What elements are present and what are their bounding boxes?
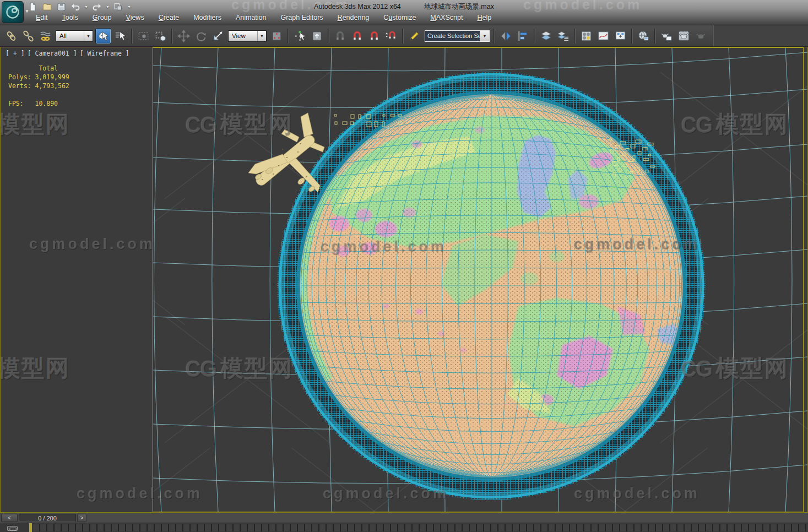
viewport-shading-menu[interactable]: [ Wireframe ] [80,50,129,57]
wincross-icon [154,30,167,42]
bind-icon [39,30,52,42]
kbd-icon [311,30,323,42]
render-setup-button[interactable] [636,28,652,44]
angle-snap-button[interactable] [349,28,365,44]
track-bar[interactable] [0,523,808,532]
spinner-snap-button[interactable] [383,28,399,44]
toolbar-separator [494,29,495,44]
reference-coordinate-dropdown[interactable]: View▼ [228,30,267,42]
project-folder-button[interactable] [112,1,124,12]
toolbar-separator [288,29,289,44]
chevron-down-icon[interactable]: ▼ [127,5,131,9]
undo-button[interactable] [69,1,82,12]
curve-editor-button[interactable] [595,28,611,44]
quick-access-toolbar: ▼▼▼ [26,1,132,13]
spinmag-icon [385,30,398,42]
camera-viewport[interactable]: [ + ] [ Camera001 ] [ Wireframe ] Total … [0,47,808,513]
selection-filter-dropdown[interactable]: All▼ [56,30,93,42]
menu-tools[interactable]: Tools [55,13,85,24]
keyboard-override-button[interactable] [309,28,325,44]
reference-coordinate-dropdown-value: View [229,32,257,39]
save-file-button[interactable] [55,1,67,12]
select-and-rotate-button[interactable] [193,28,209,44]
chevron-down-icon[interactable]: ▼ [84,5,88,9]
earth-globe-model[interactable] [278,73,704,499]
redo-icon [91,2,102,12]
menu-animation[interactable]: Animation [229,13,274,24]
airplane-model[interactable] [248,113,324,193]
mirror-button[interactable] [498,28,514,44]
main-toolbar: All▼View▼Create Selection Set▼ [0,25,808,47]
rect-selection-region-button[interactable] [135,28,151,44]
layer-list-button[interactable] [555,28,571,44]
menu-group[interactable]: Group [85,13,119,24]
select-and-manipulate-button[interactable] [292,28,308,44]
menu-customize[interactable]: Customize [376,13,423,24]
track-bar-ticks [33,524,808,531]
toolbar-separator [631,29,633,44]
time-slider-bar: < 0 / 200 > [0,513,808,523]
select-and-move-button[interactable] [176,28,192,44]
menu-views[interactable]: Views [119,13,151,24]
menu-edit[interactable]: Edit [29,13,55,24]
align-button[interactable] [515,28,531,44]
viewport-label: [ + ] [ Camera001 ] [ Wireframe ] [6,50,129,57]
toolbar-separator [171,29,173,44]
page-icon [28,2,38,12]
open-file-button[interactable] [41,1,53,12]
redo-button[interactable] [91,1,103,12]
viewport-pov-menu[interactable]: [ Camera001 ] [28,50,77,57]
schematic-view-button[interactable] [612,28,628,44]
mini-curve-editor-button[interactable] [7,526,18,531]
unlink-selection-button[interactable] [20,28,36,44]
select-and-link-button[interactable] [3,28,19,44]
floppy-icon [56,2,67,12]
bind-to-spacewarp-button[interactable] [37,28,53,44]
toolbar-separator [654,29,656,44]
viewport-general-menu[interactable]: [ + ] [6,50,25,57]
named-selection-set-combo[interactable]: Create Selection Set▼ [425,30,490,42]
selection-filter-dropdown-value: All [56,32,84,39]
time-slider-marker[interactable] [29,523,32,532]
unlink-icon [22,30,35,42]
use-pivot-center-button[interactable] [269,28,285,44]
scale-icon [212,30,224,42]
menu-create[interactable]: Create [151,13,187,24]
menu-maxscript[interactable]: MAXScript [423,13,470,24]
manage-layers-button[interactable] [538,28,554,44]
magnet-icon [351,30,364,42]
edit-named-selection-sets-button[interactable] [406,28,422,44]
toolbar-separator [131,29,133,44]
menu-rendering[interactable]: Rendering [330,13,377,24]
chevron-down-icon[interactable]: ▼ [84,31,93,41]
mated-icon [580,30,593,42]
percent-snap-button[interactable] [366,28,382,44]
layerlist-icon [557,30,570,42]
menu-modifiers[interactable]: Modifiers [186,13,229,24]
chevron-down-icon[interactable]: ▼ [257,31,266,41]
menu-help[interactable]: Help [470,13,498,24]
render-iterative-button[interactable] [693,28,709,44]
marquee-icon [137,30,150,42]
select-by-name-button[interactable] [112,28,128,44]
rendered-frame-window-button[interactable] [659,28,675,44]
select-and-scale-button[interactable] [210,28,226,44]
time-slider-display[interactable]: 0 / 200 [19,514,76,522]
material-editor-button[interactable] [578,28,594,44]
render-production-button[interactable] [676,28,692,44]
select-object-button[interactable] [95,28,111,44]
named-selection-set-combo-value: Create Selection Set [425,31,480,41]
previous-frame-button[interactable]: < [1,514,18,522]
next-frame-button[interactable]: > [77,514,86,522]
snaps-toggle-button[interactable] [332,28,348,44]
chevron-down-icon[interactable]: ▼ [106,5,110,9]
new-file-button[interactable] [26,1,39,12]
max-logo-button[interactable] [2,1,24,23]
window-crossing-button[interactable] [153,28,169,44]
move-icon [177,30,190,42]
toolbar-separator [574,29,576,44]
3dsmax-window: cgmodel.com cgmodel.com Autodesk 3ds Max… [0,0,808,532]
menu-graph-editors[interactable]: Graph Editors [273,13,330,24]
rfw-icon [660,30,673,42]
chevron-down-icon[interactable]: ▼ [480,31,489,41]
